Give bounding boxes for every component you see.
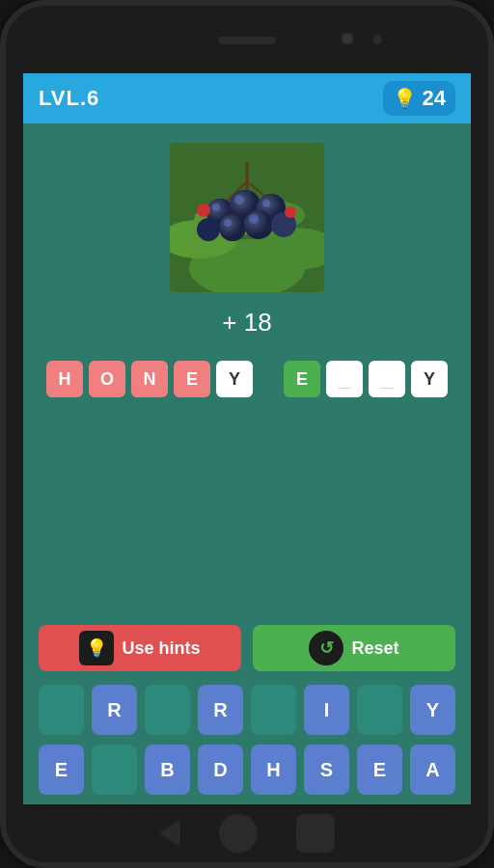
tile-h: H [46, 361, 83, 397]
svg-point-29 [285, 206, 296, 218]
phone-frame: LVL.6 💡 24 [0, 0, 494, 868]
fruit-image [170, 143, 324, 292]
svg-point-20 [244, 210, 273, 239]
key-d[interactable]: D [198, 745, 243, 795]
tile-y2: Y [411, 361, 448, 397]
tile-o: O [89, 361, 125, 397]
svg-point-21 [197, 218, 220, 241]
svg-point-24 [234, 195, 244, 204]
back-nav [159, 820, 180, 847]
speaker [218, 37, 276, 44]
key-r2[interactable]: R [198, 685, 243, 735]
reset-btn-label: Reset [351, 638, 398, 659]
key-e[interactable]: E [39, 745, 84, 795]
phone-top-bar [6, 6, 488, 73]
svg-point-18 [219, 214, 246, 241]
key-i[interactable]: I [304, 685, 349, 735]
tile-e1: E [174, 361, 210, 397]
key-empty-1[interactable] [39, 685, 84, 735]
tile-blank1: _ [326, 361, 363, 397]
key-empty-3[interactable] [251, 685, 296, 735]
hint-bulb-icon: 💡 [79, 631, 114, 665]
key-empty-4[interactable] [357, 685, 402, 735]
phone-bottom-bar [6, 804, 488, 862]
camera [342, 33, 353, 44]
key-empty-5[interactable] [92, 745, 137, 795]
top-bar: LVL.6 💡 24 [23, 73, 471, 123]
tile-blank2: _ [369, 361, 405, 397]
tile-n: N [131, 361, 168, 397]
svg-point-25 [262, 200, 270, 207]
use-hints-button[interactable]: 💡 Use hints [39, 625, 241, 671]
key-a[interactable]: A [410, 745, 455, 795]
keyboard: R R I Y E B D H S E A [39, 685, 455, 795]
home-nav [219, 814, 258, 853]
reset-button[interactable]: ↺ Reset [253, 625, 455, 671]
front-camera [372, 35, 382, 44]
points-display: + 18 [222, 308, 271, 338]
hints-count: 24 [423, 86, 446, 111]
phone-screen: LVL.6 💡 24 [23, 73, 471, 804]
key-row-1: R R I Y [39, 685, 455, 735]
key-row-2: E B D H S E A [39, 745, 455, 795]
key-e2[interactable]: E [357, 745, 402, 795]
tile-e2: E [284, 361, 320, 397]
level-label: LVL.6 [39, 86, 99, 111]
reset-icon: ↺ [309, 631, 343, 665]
key-r1[interactable]: R [92, 685, 137, 735]
key-y[interactable]: Y [410, 685, 455, 735]
key-empty-2[interactable] [145, 685, 190, 735]
svg-point-28 [197, 203, 210, 217]
tile-space [259, 361, 278, 397]
hints-badge: 💡 24 [383, 81, 455, 116]
word-display: H O N E Y E _ _ Y [46, 361, 448, 397]
buttons-row: 💡 Use hints ↺ Reset [39, 625, 455, 671]
bulb-icon: 💡 [393, 87, 417, 110]
svg-point-23 [212, 203, 220, 211]
hint-btn-label: Use hints [122, 638, 200, 659]
key-b[interactable]: B [145, 745, 190, 795]
game-area: + 18 H O N E Y E _ _ [23, 123, 471, 625]
key-s[interactable]: S [304, 745, 349, 795]
tile-y1: Y [216, 361, 253, 397]
bottom-section: 💡 Use hints ↺ Reset R R I [23, 625, 471, 804]
svg-point-26 [224, 219, 232, 227]
recent-nav [296, 814, 335, 853]
key-h[interactable]: H [251, 745, 296, 795]
svg-point-27 [249, 214, 259, 224]
